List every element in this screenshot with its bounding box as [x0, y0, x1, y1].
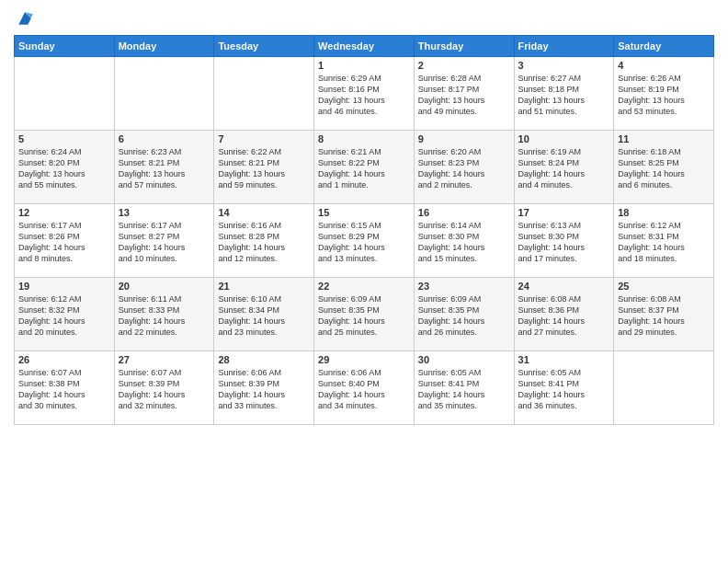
calendar-cell: 31Sunrise: 6:05 AM Sunset: 8:41 PM Dayli…	[514, 351, 614, 425]
weekday-header-thursday: Thursday	[414, 36, 514, 57]
day-number: 25	[618, 281, 710, 292]
calendar-cell: 24Sunrise: 6:08 AM Sunset: 8:36 PM Dayli…	[514, 278, 614, 351]
day-info: Sunrise: 6:26 AM Sunset: 8:19 PM Dayligh…	[618, 73, 710, 118]
day-number: 22	[318, 281, 410, 292]
day-number: 12	[18, 207, 110, 218]
day-number: 14	[218, 207, 310, 218]
calendar-cell: 2Sunrise: 6:28 AM Sunset: 8:17 PM Daylig…	[414, 57, 514, 131]
day-info: Sunrise: 6:09 AM Sunset: 8:35 PM Dayligh…	[418, 293, 510, 339]
calendar-cell: 15Sunrise: 6:15 AM Sunset: 8:29 PM Dayli…	[314, 204, 415, 278]
day-number: 24	[518, 281, 610, 292]
calendar-cell: 22Sunrise: 6:09 AM Sunset: 8:35 PM Dayli…	[314, 278, 415, 351]
week-row-2: 5Sunrise: 6:24 AM Sunset: 8:20 PM Daylig…	[15, 131, 714, 204]
calendar: SundayMondayTuesdayWednesdayThursdayFrid…	[14, 35, 714, 425]
calendar-cell: 23Sunrise: 6:09 AM Sunset: 8:35 PM Dayli…	[414, 278, 514, 351]
day-number: 29	[318, 354, 410, 365]
header	[14, 9, 714, 28]
day-info: Sunrise: 6:07 AM Sunset: 8:39 PM Dayligh…	[119, 367, 210, 412]
day-info: Sunrise: 6:07 AM Sunset: 8:38 PM Dayligh…	[18, 367, 110, 412]
calendar-cell: 12Sunrise: 6:17 AM Sunset: 8:26 PM Dayli…	[15, 204, 115, 278]
calendar-cell: 18Sunrise: 6:12 AM Sunset: 8:31 PM Dayli…	[614, 204, 714, 278]
weekday-header-row: SundayMondayTuesdayWednesdayThursdayFrid…	[15, 36, 714, 57]
day-number: 6	[119, 133, 210, 144]
calendar-cell: 4Sunrise: 6:26 AM Sunset: 8:19 PM Daylig…	[614, 57, 714, 131]
calendar-cell: 17Sunrise: 6:13 AM Sunset: 8:30 PM Dayli…	[514, 204, 614, 278]
calendar-cell: 13Sunrise: 6:17 AM Sunset: 8:27 PM Dayli…	[114, 204, 214, 278]
day-info: Sunrise: 6:20 AM Sunset: 8:23 PM Dayligh…	[418, 146, 510, 191]
day-number: 15	[318, 207, 410, 218]
day-info: Sunrise: 6:13 AM Sunset: 8:30 PM Dayligh…	[518, 220, 610, 265]
weekday-header-tuesday: Tuesday	[214, 36, 314, 57]
day-info: Sunrise: 6:09 AM Sunset: 8:35 PM Dayligh…	[318, 293, 410, 339]
day-number: 10	[518, 133, 610, 144]
calendar-cell: 28Sunrise: 6:06 AM Sunset: 8:39 PM Dayli…	[214, 351, 314, 425]
day-info: Sunrise: 6:19 AM Sunset: 8:24 PM Dayligh…	[518, 146, 610, 191]
day-info: Sunrise: 6:11 AM Sunset: 8:33 PM Dayligh…	[119, 293, 210, 339]
week-row-3: 12Sunrise: 6:17 AM Sunset: 8:26 PM Dayli…	[15, 204, 714, 278]
day-number: 28	[218, 354, 310, 365]
calendar-cell: 30Sunrise: 6:05 AM Sunset: 8:41 PM Dayli…	[414, 351, 514, 425]
calendar-cell: 19Sunrise: 6:12 AM Sunset: 8:32 PM Dayli…	[15, 278, 115, 351]
weekday-header-saturday: Saturday	[614, 36, 714, 57]
logo-icon	[16, 9, 34, 28]
day-number: 2	[418, 60, 510, 71]
day-info: Sunrise: 6:27 AM Sunset: 8:18 PM Dayligh…	[518, 73, 610, 118]
day-number: 13	[119, 207, 210, 218]
day-info: Sunrise: 6:05 AM Sunset: 8:41 PM Dayligh…	[518, 367, 610, 412]
calendar-cell: 7Sunrise: 6:22 AM Sunset: 8:21 PM Daylig…	[214, 131, 314, 204]
week-row-1: 1Sunrise: 6:29 AM Sunset: 8:16 PM Daylig…	[15, 57, 714, 131]
day-info: Sunrise: 6:14 AM Sunset: 8:30 PM Dayligh…	[418, 220, 510, 265]
day-info: Sunrise: 6:12 AM Sunset: 8:31 PM Dayligh…	[618, 220, 710, 265]
calendar-cell: 16Sunrise: 6:14 AM Sunset: 8:30 PM Dayli…	[414, 204, 514, 278]
day-info: Sunrise: 6:29 AM Sunset: 8:16 PM Dayligh…	[318, 73, 410, 118]
calendar-cell: 9Sunrise: 6:20 AM Sunset: 8:23 PM Daylig…	[414, 131, 514, 204]
logo	[14, 9, 34, 28]
day-info: Sunrise: 6:23 AM Sunset: 8:21 PM Dayligh…	[119, 146, 210, 191]
day-info: Sunrise: 6:15 AM Sunset: 8:29 PM Dayligh…	[318, 220, 410, 265]
day-number: 31	[518, 354, 610, 365]
calendar-cell: 8Sunrise: 6:21 AM Sunset: 8:22 PM Daylig…	[314, 131, 415, 204]
calendar-cell: 11Sunrise: 6:18 AM Sunset: 8:25 PM Dayli…	[614, 131, 714, 204]
day-number: 11	[618, 133, 710, 144]
calendar-cell: 6Sunrise: 6:23 AM Sunset: 8:21 PM Daylig…	[114, 131, 214, 204]
weekday-header-wednesday: Wednesday	[314, 36, 415, 57]
day-info: Sunrise: 6:05 AM Sunset: 8:41 PM Dayligh…	[418, 367, 510, 412]
day-number: 19	[18, 281, 110, 292]
day-number: 17	[518, 207, 610, 218]
calendar-cell: 5Sunrise: 6:24 AM Sunset: 8:20 PM Daylig…	[15, 131, 115, 204]
day-number: 16	[418, 207, 510, 218]
day-number: 4	[618, 60, 710, 71]
day-info: Sunrise: 6:21 AM Sunset: 8:22 PM Dayligh…	[318, 146, 410, 191]
day-info: Sunrise: 6:06 AM Sunset: 8:40 PM Dayligh…	[318, 367, 410, 412]
day-info: Sunrise: 6:08 AM Sunset: 8:37 PM Dayligh…	[618, 293, 710, 339]
calendar-cell	[614, 351, 714, 425]
calendar-cell: 26Sunrise: 6:07 AM Sunset: 8:38 PM Dayli…	[15, 351, 115, 425]
day-info: Sunrise: 6:16 AM Sunset: 8:28 PM Dayligh…	[218, 220, 310, 265]
week-row-4: 19Sunrise: 6:12 AM Sunset: 8:32 PM Dayli…	[15, 278, 714, 351]
day-number: 26	[18, 354, 110, 365]
day-info: Sunrise: 6:24 AM Sunset: 8:20 PM Dayligh…	[18, 146, 110, 191]
day-info: Sunrise: 6:22 AM Sunset: 8:21 PM Dayligh…	[218, 146, 310, 191]
calendar-cell	[214, 57, 314, 131]
calendar-cell: 1Sunrise: 6:29 AM Sunset: 8:16 PM Daylig…	[314, 57, 415, 131]
day-info: Sunrise: 6:17 AM Sunset: 8:27 PM Dayligh…	[119, 220, 210, 265]
day-number: 5	[18, 133, 110, 144]
day-number: 20	[119, 281, 210, 292]
day-info: Sunrise: 6:10 AM Sunset: 8:34 PM Dayligh…	[218, 293, 310, 339]
day-number: 9	[418, 133, 510, 144]
weekday-header-sunday: Sunday	[15, 36, 115, 57]
weekday-header-friday: Friday	[514, 36, 614, 57]
day-number: 21	[218, 281, 310, 292]
calendar-cell	[114, 57, 214, 131]
day-number: 30	[418, 354, 510, 365]
day-info: Sunrise: 6:12 AM Sunset: 8:32 PM Dayligh…	[18, 293, 110, 339]
day-number: 3	[518, 60, 610, 71]
day-info: Sunrise: 6:17 AM Sunset: 8:26 PM Dayligh…	[18, 220, 110, 265]
day-number: 1	[318, 60, 410, 71]
calendar-cell: 27Sunrise: 6:07 AM Sunset: 8:39 PM Dayli…	[114, 351, 214, 425]
calendar-cell: 21Sunrise: 6:10 AM Sunset: 8:34 PM Dayli…	[214, 278, 314, 351]
calendar-cell: 10Sunrise: 6:19 AM Sunset: 8:24 PM Dayli…	[514, 131, 614, 204]
weekday-header-monday: Monday	[114, 36, 214, 57]
day-number: 18	[618, 207, 710, 218]
day-number: 7	[218, 133, 310, 144]
